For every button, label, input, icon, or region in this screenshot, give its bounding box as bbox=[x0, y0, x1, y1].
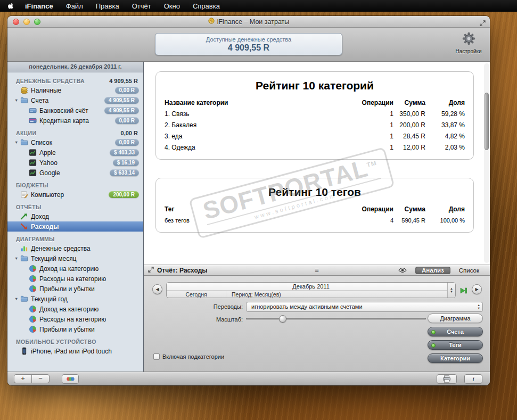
sidebar-list: ДЕНЕЖНЫЕ СРЕДСТВА4 909,55 RНаличные0,00 … bbox=[7, 72, 143, 372]
menu-file[interactable]: Файл bbox=[66, 2, 83, 10]
sidebar-item[interactable]: Доход на категорию bbox=[7, 263, 143, 274]
sidebar-item-label: Yahoo bbox=[38, 159, 113, 167]
next-period-button[interactable]: ▶ bbox=[472, 284, 482, 294]
close-button[interactable] bbox=[13, 19, 19, 25]
menu-window[interactable]: Окно bbox=[164, 2, 180, 10]
value-badge: 4 909,55 R bbox=[104, 107, 139, 114]
sidebar-item-label: Денежные средства bbox=[29, 245, 139, 252]
scrollbar-thumb[interactable] bbox=[485, 93, 489, 150]
window-titlebar[interactable]: $ iFinance – Мои затраты bbox=[7, 16, 490, 28]
sidebar-item[interactable]: ▼Текущий год bbox=[7, 294, 143, 304]
period-setting-label: Период: Месяц(ев) bbox=[226, 291, 455, 298]
sidebar-item[interactable]: Денежные средства bbox=[7, 243, 143, 253]
tab-analysis[interactable]: Анализ bbox=[415, 267, 450, 274]
sidebar-item[interactable]: Google$ 633,14 bbox=[7, 168, 143, 178]
include-subcategories-checkbox[interactable]: Включая подкатегории bbox=[153, 353, 224, 360]
value-badge: 4 909,55 R bbox=[104, 97, 139, 104]
sidebar-item-label: Прибыли и убытки bbox=[38, 326, 139, 333]
green-dot-icon bbox=[431, 343, 436, 348]
sidebar-item[interactable]: Расходы bbox=[7, 221, 143, 232]
zoom-button[interactable] bbox=[34, 19, 40, 25]
disclosure-triangle-icon[interactable]: ▼ bbox=[14, 98, 20, 103]
menu-ifinance[interactable]: iFinance bbox=[25, 2, 53, 10]
gear-icon bbox=[462, 38, 476, 47]
stock-icon bbox=[29, 169, 38, 177]
sidebar-item[interactable]: ▼Текущий месяц bbox=[7, 253, 143, 263]
disclosure-triangle-icon[interactable]: ▼ bbox=[14, 140, 20, 145]
sidebar-item[interactable]: Банковский счёт4 909,55 R bbox=[7, 105, 143, 116]
column-header: Сумма bbox=[393, 205, 425, 213]
disclosure-triangle-icon[interactable]: ▼ bbox=[14, 297, 20, 301]
add-button[interactable]: + bbox=[14, 374, 32, 383]
sidebar-item[interactable]: Расходы на категорию bbox=[7, 314, 143, 324]
sidebar-item[interactable]: Прибыли и убытки bbox=[7, 284, 143, 294]
previous-period-button[interactable]: ◀ bbox=[152, 284, 162, 294]
sidebar-item[interactable]: Компьютер200,00 R bbox=[7, 190, 143, 200]
sidebar-item-label: Apple bbox=[38, 149, 110, 157]
sidebar: понедельник, 26 декабря 2011 г. ДЕНЕЖНЫЕ… bbox=[7, 62, 144, 372]
tags-button[interactable]: Теги bbox=[428, 340, 483, 350]
apple-icon[interactable] bbox=[7, 2, 14, 10]
info-button[interactable]: i bbox=[464, 374, 482, 384]
sidebar-item-label: Счета bbox=[29, 97, 104, 104]
column-header: Сумма bbox=[393, 99, 425, 106]
smart-group-button[interactable] bbox=[62, 374, 79, 384]
disclosure-triangle-icon[interactable]: ▼ bbox=[14, 256, 20, 261]
sidebar-item[interactable]: iPhone, iPad или iPod touch bbox=[7, 346, 143, 356]
printer-icon bbox=[442, 375, 451, 383]
svg-text:$: $ bbox=[210, 19, 212, 23]
grip-icon[interactable]: ≡ bbox=[315, 266, 319, 274]
sidebar-item[interactable]: ▼Список0,00 R bbox=[7, 137, 143, 147]
sidebar-item[interactable]: Расходы на категорию bbox=[7, 274, 143, 284]
tab-list[interactable]: Список bbox=[453, 267, 486, 274]
add-remove-segmented: + − bbox=[14, 374, 50, 383]
expand-panel-icon[interactable] bbox=[148, 267, 154, 274]
sidebar-item[interactable]: Apple$ 403,33 bbox=[7, 147, 143, 158]
chart-button[interactable]: Диаграмма bbox=[428, 314, 483, 323]
sidebar-item[interactable]: Доход на категорию bbox=[7, 304, 143, 314]
settings-button[interactable]: Настройки bbox=[452, 31, 486, 54]
sidebar-item-label: Google bbox=[38, 169, 110, 177]
sidebar-item[interactable]: Прибыли и убытки bbox=[7, 324, 143, 334]
pie-icon bbox=[29, 325, 38, 333]
app-icon: $ bbox=[208, 17, 215, 28]
transfers-dropdown[interactable]: игнорировать между активными счетами ▲▼ bbox=[246, 302, 483, 312]
bank-icon bbox=[29, 106, 38, 114]
sidebar-item-label: Доход bbox=[29, 213, 139, 220]
period-stepper[interactable]: ▲▼ bbox=[447, 283, 455, 298]
panel-title: Отчёт: Расходы bbox=[157, 267, 208, 274]
stock-icon bbox=[29, 149, 38, 157]
toolbar-toggle-icon[interactable] bbox=[480, 19, 486, 28]
slider-thumb[interactable] bbox=[279, 315, 286, 323]
budget-icon bbox=[20, 191, 29, 199]
accounts-button[interactable]: Счета bbox=[428, 327, 483, 336]
checkbox-icon bbox=[153, 353, 160, 360]
sidebar-item-label: Прибыли и убытки bbox=[38, 285, 139, 293]
sidebar-item-label: Доход на категорию bbox=[38, 265, 139, 273]
scale-slider[interactable] bbox=[246, 315, 426, 323]
eye-icon[interactable] bbox=[398, 267, 407, 273]
categories-button[interactable]: Категории bbox=[428, 353, 483, 363]
categories-report-title: Рейтинг 10 категорий bbox=[156, 72, 473, 97]
sidebar-item-label: Список bbox=[29, 139, 115, 146]
desktop: { "menubar": { "items": ["iFinance", "Фа… bbox=[0, 0, 517, 420]
minimize-button[interactable] bbox=[23, 19, 30, 25]
period-navigator[interactable]: Декабрь 2011 Сегодня Период: Месяц(ев) ▲… bbox=[166, 282, 456, 298]
window-title: $ iFinance – Мои затраты bbox=[7, 16, 490, 28]
today-button[interactable]: Сегодня bbox=[167, 291, 226, 298]
sidebar-item[interactable]: Наличные0,00 R bbox=[7, 85, 143, 95]
value-badge: $ 16,19 bbox=[113, 159, 139, 166]
column-header: Тег bbox=[165, 205, 355, 213]
menu-report[interactable]: Отчёт bbox=[132, 2, 151, 10]
menu-edit[interactable]: Правка bbox=[96, 2, 119, 10]
remove-button[interactable]: − bbox=[31, 374, 50, 383]
sidebar-section-header: АКЦИИ0,00 R bbox=[7, 126, 143, 137]
pie-icon bbox=[29, 285, 38, 293]
sidebar-item[interactable]: ▼Счета4 909,55 R bbox=[7, 95, 143, 105]
sidebar-item[interactable]: Доход bbox=[7, 211, 143, 221]
sidebar-item[interactable]: Yahoo$ 16,19 bbox=[7, 158, 143, 168]
skip-to-latest-button[interactable] bbox=[460, 286, 467, 296]
print-button[interactable] bbox=[437, 374, 457, 384]
sidebar-item[interactable]: Кредитная карта0,00 R bbox=[7, 116, 143, 126]
menu-help[interactable]: Справка bbox=[193, 2, 220, 10]
